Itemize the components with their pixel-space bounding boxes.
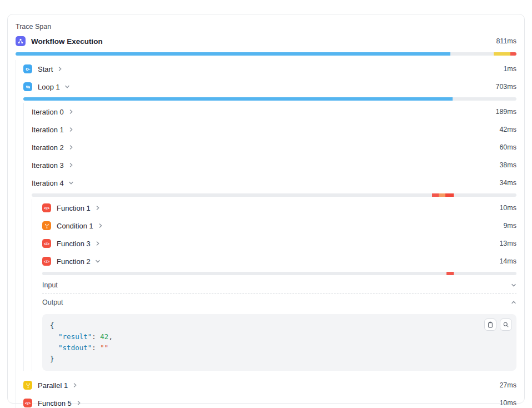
span-label: Iteration 0	[32, 108, 64, 116]
span-label: Iteration 4	[32, 179, 64, 187]
span-label: Function 3	[57, 240, 91, 248]
span-label: Iteration 2	[32, 143, 64, 152]
span-duration: 14ms	[499, 257, 516, 265]
chevron-down-icon[interactable]	[64, 84, 70, 89]
span-duration: 13ms	[499, 240, 516, 247]
span-label: Function 1	[57, 204, 91, 212]
chevron-right-icon[interactable]	[72, 382, 78, 388]
span-duration: 10ms	[499, 204, 516, 212]
trace-span-panel: Trace Span Workflow Execution 811ms Star…	[7, 14, 525, 404]
chevron-right-icon[interactable]	[57, 66, 63, 72]
branch-icon	[42, 221, 51, 230]
share-nodes-icon	[16, 36, 26, 46]
span-label: Function 2	[57, 257, 91, 266]
span-row-workflow-execution[interactable]: Workflow Execution 811ms	[16, 34, 516, 48]
chevron-right-icon[interactable]	[68, 162, 74, 168]
span-duration: 9ms	[503, 222, 516, 230]
span-row-iteration-4[interactable]: Iteration 4 34ms	[32, 174, 516, 192]
code-icon: </>	[42, 203, 51, 212]
iteration-4-duration-bar	[32, 193, 516, 197]
output-label: Output	[42, 298, 63, 306]
span-row-iteration-2[interactable]: Iteration 2 60ms	[32, 138, 516, 156]
function-2-duration-bar	[42, 272, 516, 275]
span-duration: 38ms	[499, 161, 516, 169]
workflow-duration-bar	[16, 52, 516, 56]
span-duration: 811ms	[496, 37, 516, 45]
span-label: Start	[38, 65, 53, 73]
chevron-right-icon[interactable]	[68, 127, 74, 132]
chevron-down-icon[interactable]	[68, 180, 74, 186]
span-duration: 60ms	[499, 143, 516, 151]
span-duration: 27ms	[499, 381, 516, 389]
code-icon: </>	[23, 399, 32, 407]
chevron-right-icon[interactable]	[98, 223, 103, 228]
branch-icon	[23, 381, 32, 390]
panel-title: Trace Span	[16, 22, 516, 31]
span-label: Workflow Execution	[31, 37, 103, 46]
span-label: Function 5	[38, 399, 72, 407]
span-label: Parallel 1	[38, 381, 68, 390]
loop-duration-bar	[23, 97, 516, 101]
code-icon: </>	[42, 257, 51, 266]
span-row-function-5[interactable]: </> Function 5 10ms	[23, 394, 516, 408]
chevron-right-icon[interactable]	[76, 400, 82, 406]
chevron-right-icon[interactable]	[95, 241, 101, 246]
span-row-start[interactable]: Start 1ms	[23, 60, 516, 78]
span-duration: 1ms	[503, 65, 516, 73]
span-row-iteration-1[interactable]: Iteration 1 42ms	[32, 121, 516, 138]
span-duration: 34ms	[499, 179, 516, 187]
span-label: Condition 1	[57, 222, 93, 230]
magnifier-button[interactable]	[500, 319, 512, 331]
span-duration: 10ms	[499, 399, 516, 407]
span-row-parallel-1[interactable]: Parallel 1 27ms	[23, 376, 516, 394]
span-label: Iteration 1	[32, 126, 64, 134]
span-row-function-2[interactable]: </> Function 2 14ms	[42, 252, 516, 270]
code-actions	[484, 319, 512, 331]
output-json: { "result": 42, "stdout": ""}	[50, 320, 509, 365]
chevron-right-icon[interactable]	[68, 109, 74, 115]
span-row-condition-1[interactable]: Condition 1 9ms	[42, 217, 516, 235]
iteration-4-children: </> Function 1 10ms Condition 1 9ms </> …	[32, 199, 516, 371]
start-node-icon	[23, 64, 32, 73]
chevron-down-icon[interactable]	[511, 282, 516, 288]
chevron-right-icon[interactable]	[68, 145, 74, 150]
span-duration: 42ms	[499, 126, 516, 133]
repeat-icon	[23, 82, 32, 91]
input-section-toggle[interactable]: Input	[42, 277, 516, 293]
chevron-right-icon[interactable]	[95, 205, 101, 211]
chevron-up-icon[interactable]	[511, 300, 516, 305]
span-duration: 703ms	[495, 83, 516, 91]
span-row-iteration-0[interactable]: Iteration 0 189ms	[32, 103, 516, 121]
span-row-loop-1[interactable]: Loop 1 703ms	[23, 78, 516, 96]
workflow-children: Start 1ms Loop 1 703ms Iteration 0 189ms…	[16, 60, 516, 408]
output-section-toggle[interactable]: Output	[42, 294, 516, 311]
span-row-iteration-3[interactable]: Iteration 3 38ms	[32, 156, 516, 174]
loop-children: Iteration 0 189ms Iteration 1 42ms Itera…	[23, 103, 516, 371]
output-code-block: { "result": 42, "stdout": ""}	[42, 314, 516, 371]
span-label: Loop 1	[38, 83, 60, 91]
input-label: Input	[42, 281, 58, 289]
span-label: Iteration 3	[32, 161, 64, 170]
code-icon: </>	[42, 239, 51, 248]
chevron-down-icon[interactable]	[95, 258, 101, 264]
span-duration: 189ms	[495, 108, 516, 116]
copy-button[interactable]	[484, 319, 496, 331]
span-row-function-1[interactable]: </> Function 1 10ms	[42, 199, 516, 217]
span-row-function-3[interactable]: </> Function 3 13ms	[42, 235, 516, 252]
